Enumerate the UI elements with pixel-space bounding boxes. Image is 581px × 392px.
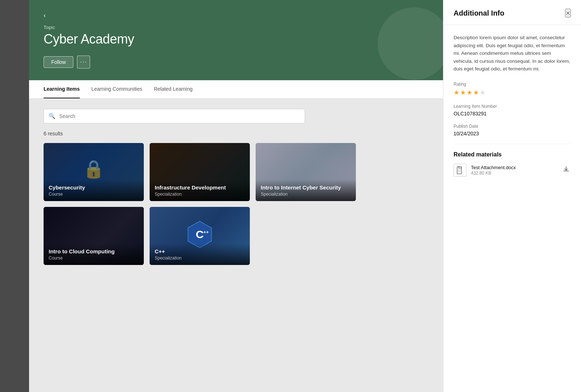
card-internet-cyber-security[interactable]: Intro to Internet Cyber Security Special… xyxy=(256,143,356,201)
attachment-info: Test Attachment.docx 432.80 KB xyxy=(471,165,557,176)
hero-section: ‹ Topic Cyber Academy Follow ··· xyxy=(29,0,443,80)
panel-body: Description lorem ipsum dolor sit amet, … xyxy=(443,25,581,185)
tab-learning-communities[interactable]: Learning Communities xyxy=(92,80,142,98)
card-subtitle: Course xyxy=(49,256,139,261)
learning-item-number-label: Learning Item Number xyxy=(454,104,571,109)
panel-close-button[interactable]: × xyxy=(565,9,571,17)
main-content: ‹ Topic Cyber Academy Follow ··· Learnin… xyxy=(29,0,443,392)
results-count: 6 results xyxy=(44,131,428,136)
related-materials-title: Related materials xyxy=(454,151,571,158)
card-cybersecurity[interactable]: 🔒 Cybersecurity Course xyxy=(44,143,144,201)
tab-related-learning[interactable]: Related Learning xyxy=(154,80,193,98)
panel-description: Description lorem ipsum dolor sit amet, … xyxy=(454,34,571,73)
card-subtitle: Specialization xyxy=(261,192,351,197)
card-title: Intro to Cloud Computing xyxy=(49,248,139,255)
hero-decorative-circle xyxy=(378,7,443,80)
divider xyxy=(454,144,571,144)
learning-item-number-section: Learning Item Number OLC10783291 xyxy=(454,104,571,117)
topic-label: Topic xyxy=(44,25,428,30)
more-options-button[interactable]: ··· xyxy=(77,56,90,69)
panel-title: Additional Info xyxy=(454,9,504,17)
star-2: ★ xyxy=(460,89,466,97)
panel-header: Additional Info × xyxy=(443,0,581,25)
attachment-size: 432.80 KB xyxy=(471,171,557,176)
card-cpp[interactable]: C ++ C++ Specialization xyxy=(150,207,250,265)
publish-date-section: Publish Date 10/24/2023 xyxy=(454,124,571,136)
card-subtitle: Specialization xyxy=(155,256,245,261)
search-icon: 🔍 xyxy=(49,113,56,119)
card-overlay: C++ Specialization xyxy=(150,244,250,265)
star-3: ★ xyxy=(467,89,472,97)
cards-grid: 🔒 Cybersecurity Course Infrastructure De… xyxy=(44,143,356,265)
download-icon xyxy=(563,166,569,172)
tabs-bar: Learning Items Learning Communities Rela… xyxy=(29,80,443,99)
tab-learning-items[interactable]: Learning Items xyxy=(44,80,80,98)
rating-section: Rating ★ ★ ★ ★ ★ xyxy=(454,82,571,97)
content-body: 🔍 6 results 🔒 Cybersecurity Course Infra… xyxy=(29,99,443,392)
follow-button[interactable]: Follow xyxy=(44,56,73,68)
card-title: C++ xyxy=(155,248,245,255)
card-overlay: Intro to Internet Cyber Security Special… xyxy=(256,180,356,201)
learning-item-number-value: OLC10783291 xyxy=(454,111,571,117)
rating-label: Rating xyxy=(454,82,571,87)
back-button[interactable]: ‹ xyxy=(44,12,46,19)
star-5: ★ xyxy=(480,89,485,97)
svg-rect-4 xyxy=(457,167,462,174)
download-button[interactable] xyxy=(561,164,571,176)
card-infrastructure[interactable]: Infrastructure Development Specializatio… xyxy=(150,143,250,201)
hero-actions: Follow ··· xyxy=(44,56,428,69)
card-overlay: Infrastructure Development Specializatio… xyxy=(150,180,250,201)
card-title: Cybersecurity xyxy=(49,184,139,191)
card-overlay: Intro to Cloud Computing Course xyxy=(44,244,144,265)
search-input[interactable] xyxy=(44,109,305,123)
star-1: ★ xyxy=(454,89,459,97)
publish-date-label: Publish Date xyxy=(454,124,571,129)
attachment-icon xyxy=(454,164,467,177)
page-title: Cyber Academy xyxy=(44,32,428,47)
attachment-name: Test Attachment.docx xyxy=(471,165,557,170)
stars-row: ★ ★ ★ ★ ★ xyxy=(454,89,571,97)
lock-icon: 🔒 xyxy=(83,159,105,179)
card-title: Infrastructure Development xyxy=(155,184,245,191)
attachment-row: Test Attachment.docx 432.80 KB xyxy=(454,164,571,177)
card-subtitle: Specialization xyxy=(155,192,245,197)
search-container: 🔍 xyxy=(44,109,428,123)
right-panel: Additional Info × Description lorem ipsu… xyxy=(443,0,581,392)
svg-text:++: ++ xyxy=(203,229,209,235)
card-cloud-computing[interactable]: Intro to Cloud Computing Course xyxy=(44,207,144,265)
card-overlay: Cybersecurity Course xyxy=(44,180,144,201)
publish-date-value: 10/24/2023 xyxy=(454,131,571,136)
card-title: Intro to Internet Cyber Security xyxy=(261,184,351,191)
card-subtitle: Course xyxy=(49,192,139,197)
star-4: ★ xyxy=(473,89,479,97)
sidebar xyxy=(0,0,29,392)
svg-text:C: C xyxy=(196,228,204,240)
